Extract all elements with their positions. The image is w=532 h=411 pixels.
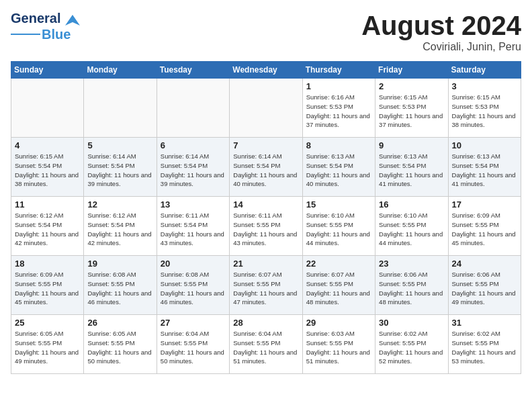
day-info: Sunrise: 6:10 AM Sunset: 5:55 PM Dayligh…: [306, 211, 371, 248]
day-info: Sunrise: 6:14 AM Sunset: 5:54 PM Dayligh…: [161, 152, 226, 189]
day-info: Sunrise: 6:13 AM Sunset: 5:54 PM Dayligh…: [452, 152, 517, 189]
day-number: 28: [233, 318, 298, 328]
day-number: 6: [161, 140, 226, 150]
day-number: 17: [452, 199, 517, 210]
day-number: 24: [452, 259, 517, 269]
day-info: Sunrise: 6:14 AM Sunset: 5:54 PM Dayligh…: [233, 152, 298, 189]
day-number: 8: [306, 140, 371, 150]
calendar-cell: 25Sunrise: 6:05 AM Sunset: 5:55 PM Dayli…: [11, 315, 84, 374]
month-year: August 2024: [361, 11, 521, 41]
day-info: Sunrise: 6:09 AM Sunset: 5:55 PM Dayligh…: [15, 270, 80, 307]
day-info: Sunrise: 6:02 AM Sunset: 5:55 PM Dayligh…: [379, 329, 444, 366]
calendar-cell: 12Sunrise: 6:12 AM Sunset: 5:54 PM Dayli…: [84, 197, 157, 256]
day-number: 7: [233, 140, 298, 150]
day-number: 27: [161, 318, 226, 328]
day-number: 11: [15, 199, 80, 210]
calendar-cell: 17Sunrise: 6:09 AM Sunset: 5:55 PM Dayli…: [448, 197, 521, 256]
calendar-header-row: SundayMondayTuesdayWednesdayThursdayFrid…: [11, 62, 521, 79]
svg-marker-0: [65, 15, 80, 26]
calendar-cell: 4Sunrise: 6:15 AM Sunset: 5:54 PM Daylig…: [11, 138, 84, 197]
calendar-cell: 29Sunrise: 6:03 AM Sunset: 5:55 PM Dayli…: [302, 315, 375, 374]
day-info: Sunrise: 6:15 AM Sunset: 5:53 PM Dayligh…: [452, 93, 517, 130]
header-thursday: Thursday: [302, 62, 375, 79]
day-number: 1: [306, 81, 371, 91]
day-info: Sunrise: 6:13 AM Sunset: 5:54 PM Dayligh…: [379, 152, 444, 189]
day-number: 12: [87, 199, 152, 210]
calendar-cell: 3Sunrise: 6:15 AM Sunset: 5:53 PM Daylig…: [448, 79, 521, 138]
day-info: Sunrise: 6:04 AM Sunset: 5:55 PM Dayligh…: [161, 329, 226, 366]
location: Coviriali, Junin, Peru: [361, 41, 521, 53]
calendar-cell: 9Sunrise: 6:13 AM Sunset: 5:54 PM Daylig…: [375, 138, 448, 197]
logo-blue: Blue: [42, 27, 71, 42]
day-info: Sunrise: 6:15 AM Sunset: 5:53 PM Dayligh…: [379, 93, 444, 130]
day-number: 25: [15, 318, 80, 328]
day-info: Sunrise: 6:03 AM Sunset: 5:55 PM Dayligh…: [306, 329, 371, 366]
calendar-cell: 15Sunrise: 6:10 AM Sunset: 5:55 PM Dayli…: [302, 197, 375, 256]
day-info: Sunrise: 6:11 AM Sunset: 5:55 PM Dayligh…: [233, 211, 298, 248]
calendar-cell: 11Sunrise: 6:12 AM Sunset: 5:54 PM Dayli…: [11, 197, 84, 256]
calendar-cell: 8Sunrise: 6:13 AM Sunset: 5:54 PM Daylig…: [302, 138, 375, 197]
calendar-cell: 6Sunrise: 6:14 AM Sunset: 5:54 PM Daylig…: [157, 138, 229, 197]
header-friday: Friday: [375, 62, 448, 79]
calendar-cell: 30Sunrise: 6:02 AM Sunset: 5:55 PM Dayli…: [375, 315, 448, 374]
day-number: 3: [452, 81, 517, 91]
calendar-week-2: 4Sunrise: 6:15 AM Sunset: 5:54 PM Daylig…: [11, 138, 521, 197]
calendar-table: SundayMondayTuesdayWednesdayThursdayFrid…: [11, 61, 521, 374]
day-number: 31: [452, 318, 517, 328]
calendar-cell: [157, 79, 229, 138]
calendar-cell: 1Sunrise: 6:16 AM Sunset: 5:53 PM Daylig…: [302, 79, 375, 138]
day-number: 30: [379, 318, 444, 328]
day-number: 29: [306, 318, 371, 328]
day-info: Sunrise: 6:12 AM Sunset: 5:54 PM Dayligh…: [15, 211, 80, 248]
logo: General Blue: [11, 11, 80, 42]
calendar-cell: 22Sunrise: 6:07 AM Sunset: 5:55 PM Dayli…: [302, 256, 375, 315]
day-number: 14: [233, 199, 298, 210]
day-info: Sunrise: 6:04 AM Sunset: 5:55 PM Dayligh…: [233, 329, 298, 366]
day-number: 4: [15, 140, 80, 150]
calendar-cell: 31Sunrise: 6:02 AM Sunset: 5:55 PM Dayli…: [448, 315, 521, 374]
calendar-cell: 7Sunrise: 6:14 AM Sunset: 5:54 PM Daylig…: [230, 138, 302, 197]
calendar-cell: 10Sunrise: 6:13 AM Sunset: 5:54 PM Dayli…: [448, 138, 521, 197]
day-number: 21: [233, 259, 298, 269]
calendar-cell: 23Sunrise: 6:06 AM Sunset: 5:55 PM Dayli…: [375, 256, 448, 315]
calendar-cell: [11, 79, 84, 138]
calendar-cell: 27Sunrise: 6:04 AM Sunset: 5:55 PM Dayli…: [157, 315, 229, 374]
calendar-cell: 5Sunrise: 6:14 AM Sunset: 5:54 PM Daylig…: [84, 138, 157, 197]
calendar-cell: 28Sunrise: 6:04 AM Sunset: 5:55 PM Dayli…: [230, 315, 302, 374]
calendar-cell: 14Sunrise: 6:11 AM Sunset: 5:55 PM Dayli…: [230, 197, 302, 256]
day-number: 9: [379, 140, 444, 150]
day-info: Sunrise: 6:09 AM Sunset: 5:55 PM Dayligh…: [452, 211, 517, 248]
day-number: 19: [87, 259, 152, 269]
day-info: Sunrise: 6:16 AM Sunset: 5:53 PM Dayligh…: [306, 93, 371, 130]
logo-general: General: [11, 11, 60, 26]
calendar-week-4: 18Sunrise: 6:09 AM Sunset: 5:55 PM Dayli…: [11, 256, 521, 315]
day-info: Sunrise: 6:12 AM Sunset: 5:54 PM Dayligh…: [87, 211, 152, 248]
day-info: Sunrise: 6:10 AM Sunset: 5:55 PM Dayligh…: [379, 211, 444, 248]
calendar-cell: [230, 79, 302, 138]
calendar-cell: 13Sunrise: 6:11 AM Sunset: 5:54 PM Dayli…: [157, 197, 229, 256]
day-number: 5: [87, 140, 152, 150]
day-info: Sunrise: 6:08 AM Sunset: 5:55 PM Dayligh…: [87, 270, 152, 307]
title-block: August 2024 Coviriali, Junin, Peru: [361, 11, 521, 53]
day-number: 15: [306, 199, 371, 210]
day-number: 23: [379, 259, 444, 269]
day-number: 2: [379, 81, 444, 91]
day-number: 20: [161, 259, 226, 269]
calendar-cell: 24Sunrise: 6:06 AM Sunset: 5:55 PM Dayli…: [448, 256, 521, 315]
calendar-cell: 26Sunrise: 6:05 AM Sunset: 5:55 PM Dayli…: [84, 315, 157, 374]
calendar-cell: 16Sunrise: 6:10 AM Sunset: 5:55 PM Dayli…: [375, 197, 448, 256]
header-saturday: Saturday: [448, 62, 521, 79]
header-monday: Monday: [84, 62, 157, 79]
day-info: Sunrise: 6:05 AM Sunset: 5:55 PM Dayligh…: [87, 329, 152, 366]
calendar-week-3: 11Sunrise: 6:12 AM Sunset: 5:54 PM Dayli…: [11, 197, 521, 256]
day-info: Sunrise: 6:06 AM Sunset: 5:55 PM Dayligh…: [379, 270, 444, 307]
day-info: Sunrise: 6:11 AM Sunset: 5:54 PM Dayligh…: [161, 211, 226, 248]
header-sunday: Sunday: [11, 62, 84, 79]
day-number: 22: [306, 259, 371, 269]
page-header: General Blue August 2024 Coviriali, Juni…: [11, 11, 521, 53]
day-number: 26: [87, 318, 152, 328]
calendar-week-5: 25Sunrise: 6:05 AM Sunset: 5:55 PM Dayli…: [11, 315, 521, 374]
day-info: Sunrise: 6:14 AM Sunset: 5:54 PM Dayligh…: [87, 152, 152, 189]
day-number: 10: [452, 140, 517, 150]
header-wednesday: Wednesday: [230, 62, 302, 79]
